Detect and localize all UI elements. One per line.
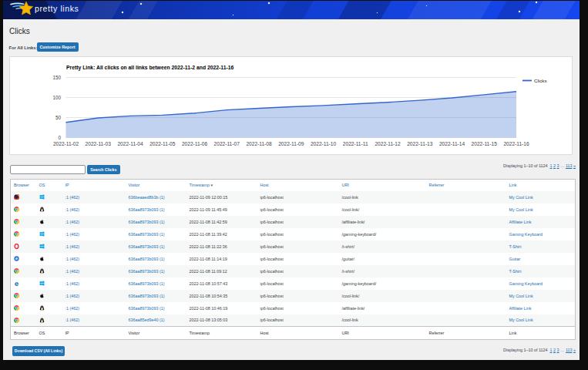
- svg-text:100: 100: [52, 95, 61, 100]
- svg-text:2022-11-05: 2022-11-05: [150, 140, 176, 146]
- svg-text:2022-11-04: 2022-11-04: [117, 140, 143, 146]
- svg-text:2022-11-12: 2022-11-12: [375, 140, 401, 146]
- svg-text:2022-11-11: 2022-11-11: [343, 140, 368, 146]
- svg-text:2022-11-08: 2022-11-08: [246, 140, 272, 146]
- svg-text:e: e: [15, 281, 19, 286]
- svg-text:0: 0: [58, 135, 61, 140]
- svg-text:2022-11-06: 2022-11-06: [182, 140, 208, 146]
- svg-text:2022-11-10: 2022-11-10: [311, 140, 337, 146]
- svg-text:2022-11-13: 2022-11-13: [407, 140, 433, 146]
- svg-text:Pretty Link: All clicks on all: Pretty Link: All clicks on all links bet…: [66, 64, 234, 70]
- svg-text:e: e: [15, 256, 18, 261]
- svg-text:50: 50: [55, 115, 62, 120]
- svg-text:Clicks: Clicks: [534, 77, 547, 82]
- svg-text:2022-11-09: 2022-11-09: [278, 140, 304, 146]
- svg-text:2022-11-07: 2022-11-07: [214, 140, 240, 146]
- svg-text:2022-11-02: 2022-11-02: [53, 140, 79, 146]
- svg-text:150: 150: [52, 75, 61, 80]
- svg-text:2022-11-03: 2022-11-03: [86, 140, 112, 146]
- svg-text:2022-11-16: 2022-11-16: [503, 140, 529, 146]
- svg-text:2022-11-15: 2022-11-15: [472, 140, 498, 146]
- svg-text:2022-11-14: 2022-11-14: [439, 140, 465, 146]
